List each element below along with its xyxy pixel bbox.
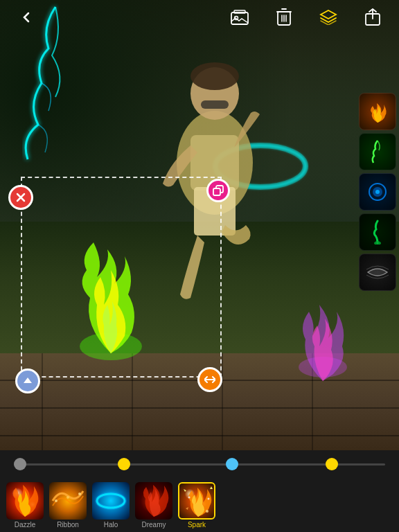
- layers-button[interactable]: [316, 5, 341, 30]
- svg-point-20: [55, 499, 57, 502]
- flip-handle[interactable]: [15, 369, 40, 393]
- right-effects-panel: [356, 90, 399, 294]
- svg-point-19: [374, 241, 381, 245]
- effect-item-spark[interactable]: Spark: [177, 482, 216, 529]
- svg-rect-1: [234, 10, 245, 13]
- svg-point-24: [97, 494, 125, 508]
- svg-point-21: [66, 496, 69, 499]
- gallery-button[interactable]: [227, 5, 252, 30]
- svg-point-26: [188, 496, 190, 498]
- panel-item-lightning[interactable]: [359, 133, 396, 170]
- svg-point-27: [208, 497, 210, 499]
- slider-track[interactable]: [14, 463, 385, 466]
- panel-item-brush[interactable]: [359, 213, 396, 251]
- slider-thumb-3[interactable]: [226, 458, 238, 470]
- effect-item-ribbon[interactable]: Ribbon: [48, 482, 87, 529]
- effect-label-spark: Spark: [188, 521, 206, 529]
- person-figure: [139, 38, 291, 371]
- panel-item-fire[interactable]: [359, 93, 396, 130]
- effect-item-dazzle[interactable]: Dazzle: [6, 482, 44, 529]
- effect-label-halo: Halo: [104, 521, 118, 529]
- effect-thumb-dazzle: [6, 482, 44, 520]
- effect-thumb-ribbon: [49, 482, 87, 520]
- slider-thumb-1[interactable]: [14, 458, 26, 470]
- effect-label-dazzle: Dazzle: [15, 521, 36, 529]
- sliders-row: [0, 450, 399, 478]
- effect-thumb-halo: [92, 482, 130, 520]
- close-handle[interactable]: [8, 185, 33, 210]
- svg-rect-0: [231, 12, 248, 24]
- back-button[interactable]: [14, 5, 39, 30]
- bottom-panel: Dazzle Ribbon H: [0, 450, 399, 532]
- slider-thumb-2[interactable]: [118, 458, 130, 470]
- svg-rect-9: [201, 100, 229, 109]
- svg-point-25: [206, 510, 209, 513]
- svg-point-18: [375, 190, 380, 194]
- panel-item-energy[interactable]: [359, 173, 396, 211]
- photo-canvas[interactable]: [0, 0, 399, 450]
- effect-label-ribbon: Ribbon: [57, 521, 79, 529]
- effect-item-halo[interactable]: Halo: [91, 482, 130, 529]
- copy-handle[interactable]: [206, 179, 230, 202]
- delete-button[interactable]: [272, 5, 296, 30]
- top-toolbar: [0, 0, 399, 35]
- export-button[interactable]: [360, 5, 385, 30]
- effect-thumb-dreamy: [135, 482, 172, 520]
- svg-rect-15: [213, 188, 220, 195]
- slider-thumb-4[interactable]: [326, 458, 338, 470]
- effect-item-dreamy[interactable]: Dreamy: [134, 482, 173, 529]
- effects-strip: Dazzle Ribbon H: [0, 478, 399, 532]
- effect-label-dreamy: Dreamy: [141, 521, 166, 529]
- svg-point-22: [78, 493, 81, 495]
- resize-handle[interactable]: [197, 367, 222, 392]
- effect-thumb-spark: [178, 482, 215, 520]
- panel-item-fog[interactable]: [359, 254, 396, 291]
- svg-point-8: [190, 62, 239, 90]
